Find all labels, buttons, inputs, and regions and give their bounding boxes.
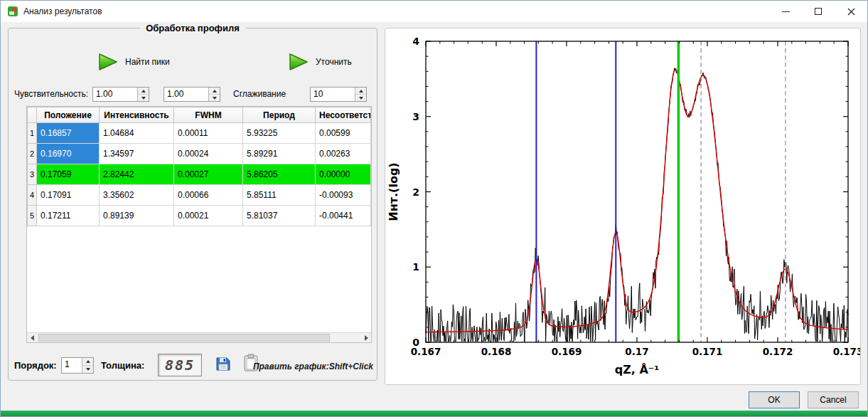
table-cell[interactable]: 0.00021: [174, 206, 243, 226]
save-button[interactable]: [215, 355, 232, 374]
table-header-row: Положение Интенсивность FWHM Период Несо…: [28, 107, 371, 123]
scroll-left-button[interactable]: [27, 333, 37, 342]
arrow-right-icon: [365, 335, 368, 341]
dialog-content: Обработка профиля Найти пики Уточ: [1, 22, 867, 411]
spin-up-button[interactable]: [355, 88, 366, 94]
column-header-position[interactable]: Положение: [37, 107, 100, 123]
table-row: 30.170592.824420.000275.862050.00000: [28, 164, 371, 185]
spin-up-button[interactable]: [82, 358, 93, 365]
scrollbar-track[interactable]: [37, 333, 361, 342]
thickness-display: 885: [158, 354, 202, 376]
table-cell[interactable]: 0.00066: [174, 185, 243, 206]
spinner-buttons: [82, 358, 93, 373]
column-header-fwhm[interactable]: FWHM: [174, 107, 243, 123]
table-cell[interactable]: 0.00263: [316, 144, 371, 164]
spin-up-button[interactable]: [138, 88, 149, 94]
find-peaks-button[interactable]: Найти пики: [95, 47, 170, 77]
floppy-disk-icon: [215, 355, 232, 372]
row-number[interactable]: 1: [28, 123, 37, 144]
table-cell[interactable]: -0.00441: [316, 206, 371, 226]
table-cell[interactable]: 2.82442: [100, 164, 174, 185]
profile-processing-group: Обработка профиля Найти пики Уточ: [8, 28, 377, 381]
arrow-up-icon: [141, 90, 146, 93]
arrow-down-icon: [141, 97, 146, 100]
row-number[interactable]: 2: [28, 144, 37, 164]
table-row: 10.168571.046840.000115.932250.00599: [28, 123, 371, 144]
order-label: Порядок:: [14, 360, 57, 371]
scroll-right-button[interactable]: [361, 333, 371, 342]
row-number[interactable]: 4: [28, 185, 37, 206]
table-row: 20.169701.345970.000245.892910.00263: [28, 144, 371, 164]
sensitivity-value-2[interactable]: 1.00: [164, 88, 208, 101]
table-cell[interactable]: 0.00011: [174, 123, 243, 144]
group-title: Обработка профиля: [140, 23, 245, 33]
svg-text:3: 3: [412, 111, 419, 122]
table-cell[interactable]: 3.35602: [100, 185, 174, 206]
row-number[interactable]: 3: [28, 164, 37, 185]
row-number[interactable]: 5: [28, 206, 37, 226]
table-cell[interactable]: 5.81037: [243, 206, 316, 226]
table-cell[interactable]: 0.00000: [316, 164, 371, 185]
profile-chart[interactable]: 0.1670.1680.1690.170.1710.1720.17301234q…: [385, 28, 860, 384]
spin-down-button[interactable]: [355, 94, 366, 101]
smoothing-input[interactable]: 10: [310, 87, 367, 102]
table-cell[interactable]: 0.17211: [37, 206, 100, 226]
table-cell[interactable]: 5.93225: [243, 123, 316, 144]
minimize-button[interactable]: [769, 1, 802, 22]
sensitivity-input-2[interactable]: 1.00: [164, 87, 220, 102]
table-cell[interactable]: 0.17091: [37, 185, 100, 206]
sensitivity-value-1[interactable]: 1.00: [93, 88, 137, 101]
scrollbar-thumb[interactable]: [38, 334, 330, 342]
smoothing-label: Сглаживание: [233, 89, 286, 99]
svg-text:0: 0: [412, 337, 419, 348]
column-header-intensity[interactable]: Интенсивность: [100, 107, 174, 123]
order-value[interactable]: 1: [62, 358, 82, 373]
spin-down-button[interactable]: [82, 365, 93, 373]
ok-button[interactable]: OK: [749, 391, 800, 408]
refine-button[interactable]: Уточнить: [286, 47, 352, 77]
arrow-up-icon: [359, 90, 363, 93]
table-cell[interactable]: 0.00024: [174, 144, 243, 164]
taskbar-edge-strip: [1, 411, 867, 416]
arrow-down-icon: [213, 97, 217, 100]
profile-chart-panel[interactable]: 0.1670.1680.1690.170.1710.1720.17301234q…: [385, 28, 861, 385]
close-button[interactable]: [835, 1, 867, 22]
window-title: Анализ результатов: [23, 6, 102, 16]
window-controls: [769, 1, 867, 22]
table-cell[interactable]: 0.16857: [37, 123, 100, 144]
svg-text:Инт.(log): Инт.(log): [387, 162, 400, 221]
column-header-mismatch[interactable]: Несоответств: [316, 107, 371, 123]
svg-text:1: 1: [412, 261, 419, 273]
svg-text:0.169: 0.169: [552, 346, 582, 357]
table-cell[interactable]: 5.86205: [243, 164, 316, 185]
app-icon: [7, 6, 18, 17]
table-cell[interactable]: 1.04684: [100, 123, 174, 144]
smoothing-value[interactable]: 10: [311, 88, 355, 101]
titlebar[interactable]: Анализ результатов: [1, 1, 867, 22]
sensitivity-input-1[interactable]: 1.00: [92, 87, 149, 102]
table-cell[interactable]: 0.89139: [100, 206, 174, 226]
cancel-button[interactable]: Cancel: [808, 391, 859, 408]
table-cell[interactable]: 0.16970: [37, 144, 100, 164]
spinner-buttons: [137, 88, 149, 101]
table-cell[interactable]: 0.17059: [37, 164, 100, 185]
maximize-button[interactable]: [802, 1, 835, 22]
table-cell[interactable]: 1.34597: [100, 144, 174, 164]
table-horizontal-scrollbar[interactable]: [27, 332, 371, 342]
play-arrow-icon: [286, 52, 310, 72]
order-input[interactable]: 1: [61, 357, 94, 374]
analysis-results-window: Анализ результатов Обработка профиля Най…: [0, 0, 868, 417]
table-cell[interactable]: -0.00093: [316, 185, 371, 206]
table-cell[interactable]: 0.00027: [174, 164, 243, 185]
spin-down-button[interactable]: [138, 94, 149, 101]
thickness-label: Толщина:: [101, 360, 144, 371]
close-icon: [847, 8, 855, 16]
table-cell[interactable]: 5.89291: [243, 144, 316, 164]
minimize-icon: [782, 11, 790, 12]
table-corner[interactable]: [28, 107, 37, 123]
spin-up-button[interactable]: [209, 88, 220, 94]
table-cell[interactable]: 5.85111: [243, 185, 316, 206]
spin-down-button[interactable]: [209, 94, 220, 101]
column-header-period[interactable]: Период: [243, 107, 316, 123]
table-cell[interactable]: 0.00599: [316, 123, 371, 144]
